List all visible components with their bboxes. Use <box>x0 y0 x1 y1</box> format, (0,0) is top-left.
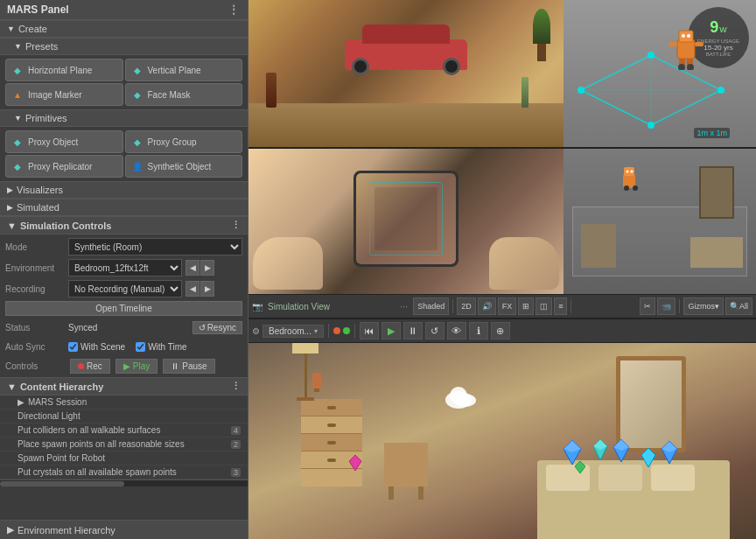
pb-prev-button[interactable]: ⏮ <box>360 322 379 340</box>
scene-button[interactable]: ⊞ <box>518 298 534 315</box>
sim-controls-header[interactable]: ▼ Simulation Controls ⋮ <box>0 216 248 234</box>
synthetic-object-button[interactable]: 👤 Synthetic Object <box>125 155 243 178</box>
proxy-object-button[interactable]: ◆ Proxy Object <box>5 130 123 153</box>
orange-dot-icon <box>333 327 340 334</box>
hier-directional-light[interactable]: Directional Light <box>0 410 248 424</box>
sim-small-bg <box>564 149 756 294</box>
proxy-replicator-button[interactable]: ◆ Proxy Replicator <box>5 155 123 178</box>
recording-select[interactable]: No Recording (Manual) <box>68 280 182 298</box>
svg-rect-11 <box>679 31 693 42</box>
all-button[interactable]: 🔍 All <box>725 298 752 315</box>
mode-select[interactable]: Synthetic (Room) <box>68 238 242 256</box>
presets-arrow-icon: ▼ <box>14 42 22 51</box>
face-mask-button[interactable]: ◆ Face Mask <box>125 83 243 106</box>
horizontal-plane-button[interactable]: ◆ Horizontal Plane <box>5 59 123 81</box>
primitives-buttons: ◆ Proxy Object ◆ Proxy Group ◆ Proxy Rep… <box>0 127 248 181</box>
all-label: All <box>739 302 748 311</box>
svg-point-22 <box>626 171 629 173</box>
svg-point-25 <box>633 186 638 191</box>
sim-main-content <box>248 343 756 539</box>
presets-section-header[interactable]: ▼ Presets <box>0 38 248 55</box>
svg-line-3 <box>651 90 721 125</box>
recording-label: Recording <box>5 284 65 294</box>
svg-point-13 <box>687 34 690 38</box>
content-hierarchy-header[interactable]: ▼ Content Hierarchy ⋮ <box>0 377 248 396</box>
tb-right-controls: ✂ 📹 Gizmos ▾ 🔍 All <box>640 298 752 315</box>
content-hierarchy-scrollbar[interactable] <box>0 480 248 486</box>
with-scene-checkbox-label[interactable]: With Scene <box>68 342 125 352</box>
pb-info-button[interactable]: ℹ <box>469 322 488 340</box>
fx-button[interactable]: FX <box>498 298 517 315</box>
create-arrow-icon: ▼ <box>7 24 15 33</box>
dresser <box>301 399 362 486</box>
simulated-section-header[interactable]: ▶ Simulated <box>0 199 248 216</box>
primitives-section-header[interactable]: ▼ Primitives <box>0 109 248 127</box>
speaker-button[interactable]: 🔊 <box>478 298 496 315</box>
hier-colliders-badge: 4 <box>231 426 241 435</box>
hier-light-label: Directional Light <box>18 411 80 421</box>
pb-loop-button[interactable]: ↺ <box>425 322 444 340</box>
resync-button[interactable]: ↺ Resync <box>192 321 242 334</box>
rec-next-button[interactable]: ▶ <box>200 281 214 297</box>
energy-unit: W <box>719 25 727 34</box>
env-hierarchy-section[interactable]: ▶ Environment Hierarchy <box>0 520 248 539</box>
crystal-blue-2 <box>613 439 629 462</box>
pb-nav-button[interactable]: ⊕ <box>491 322 510 340</box>
hier-spawn-robot[interactable]: Spawn Point for Robot <box>0 452 248 466</box>
hier-colliders[interactable]: Put colliders on all walkable surfaces 4 <box>0 424 248 438</box>
bedroom-selector[interactable]: Bedroom... ▾ <box>262 325 324 338</box>
2d-button[interactable]: 2D <box>457 298 476 315</box>
image-marker-button[interactable]: ▲ Image Marker <box>5 83 123 106</box>
status-value: Synced <box>68 323 189 332</box>
hier-spawn-points[interactable]: Place spawn points on all reasonable siz… <box>0 438 248 452</box>
proxy-object-label: Proxy Object <box>28 137 78 147</box>
presets-buttons: ◆ Horizontal Plane ◆ Vertical Plane ▲ Im… <box>0 55 248 109</box>
with-time-checkbox-label[interactable]: With Time <box>136 342 186 352</box>
vertical-plane-label: Vertical Plane <box>148 66 201 75</box>
bedroom-chevron-icon: ▾ <box>314 327 318 335</box>
pb-separator-1 <box>328 324 329 338</box>
svg-point-7 <box>718 87 724 94</box>
scissors-button[interactable]: ✂ <box>640 298 655 315</box>
panel-menu-dots[interactable]: ⋮ <box>228 4 241 16</box>
pb-play-button[interactable]: ▶ <box>382 322 401 340</box>
sim-view-options-dots[interactable]: ··· <box>400 301 408 312</box>
environment-select[interactable]: Bedroom_12ftx12ft <box>68 259 182 276</box>
create-section-header[interactable]: ▼ Create <box>0 20 248 38</box>
vertical-plane-button[interactable]: ◆ Vertical Plane <box>125 59 243 81</box>
resync-label: Resync <box>207 323 236 332</box>
panel-header: MARS Panel ⋮ <box>0 0 248 20</box>
with-scene-checkbox[interactable] <box>68 342 78 352</box>
env-prev-button[interactable]: ◀ <box>186 260 200 276</box>
gizmos-label: Gizmos <box>688 302 715 311</box>
hier-mars-label: MARS Session <box>28 397 87 407</box>
rec-prev-button[interactable]: ◀ <box>186 281 200 297</box>
proxy-group-button[interactable]: ◆ Proxy Group <box>125 130 243 153</box>
play-button[interactable]: ▶ Play <box>116 359 158 374</box>
content-hierarchy-dots[interactable]: ⋮ <box>231 381 241 392</box>
gizmos-button[interactable]: Gizmos ▾ <box>683 298 724 315</box>
rec-button[interactable]: Rec <box>70 359 110 374</box>
sim-controls-label: Simulation Controls <box>20 220 112 231</box>
hier-crystals[interactable]: Put crystals on all available spawn poin… <box>0 466 248 480</box>
sim-controls-arrow-icon: ▼ <box>7 220 17 231</box>
pause-button[interactable]: ⏸ Pause <box>163 359 214 374</box>
sim-controls-dots[interactable]: ⋮ <box>231 220 241 231</box>
env-next-button[interactable]: ▶ <box>200 260 214 276</box>
diamond-icon-6: ◆ <box>11 160 24 172</box>
content-hierarchy-section: ▼ Content Hierarchy ⋮ ▶ MARS Session Dir… <box>0 377 248 520</box>
pb-pause-button[interactable]: ⏸ <box>403 322 423 340</box>
with-time-checkbox[interactable] <box>136 342 145 352</box>
pause-label: Pause <box>182 361 206 371</box>
visualizers-arrow-icon: ▶ <box>7 186 13 194</box>
small-table <box>384 443 428 486</box>
pb-eye-button[interactable]: 👁 <box>447 322 466 340</box>
visualizers-section-header[interactable]: ▶ Visualizers <box>0 181 248 199</box>
svg-rect-20 <box>623 174 635 188</box>
camera-tb-button[interactable]: 📹 <box>657 298 676 315</box>
stats-button[interactable]: ≡ <box>554 298 567 315</box>
hier-mars-session[interactable]: ▶ MARS Session <box>0 396 248 410</box>
layers-button[interactable]: ◫ <box>536 298 552 315</box>
open-timeline-button[interactable]: Open Timeline <box>5 301 242 316</box>
shaded-button[interactable]: Shaded <box>413 298 449 315</box>
